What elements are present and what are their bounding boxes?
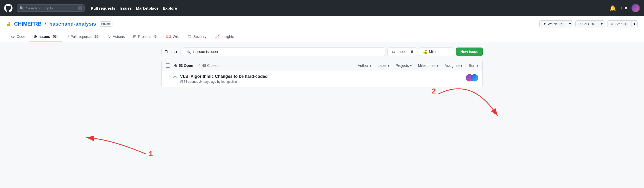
- nav-marketplace[interactable]: Marketplace: [136, 6, 159, 10]
- select-all-checkbox[interactable]: [166, 63, 170, 68]
- closed-count[interactable]: ✓ 48 Closed: [197, 63, 218, 68]
- tab-insights-label: Insights: [221, 34, 234, 39]
- author-filter[interactable]: Author ▾: [358, 63, 371, 68]
- star-action: ☆ Star 1 ▾: [607, 20, 638, 27]
- nav-explore[interactable]: Explore: [163, 6, 177, 10]
- repo-owner-link[interactable]: CHIMEFRB: [14, 21, 42, 27]
- fork-dropdown[interactable]: ▾: [599, 20, 605, 27]
- tab-wiki-label: Wiki: [172, 34, 179, 39]
- tab-code-label: Code: [17, 34, 25, 39]
- wiki-icon: 📖: [166, 34, 171, 39]
- nav-issues[interactable]: Issues: [120, 6, 132, 10]
- tab-security-label: Security: [193, 34, 207, 39]
- tab-actions-label: Actions: [113, 34, 125, 39]
- label-chevron: ▾: [387, 63, 389, 68]
- tab-actions[interactable]: ▷ Actions: [104, 32, 129, 42]
- assignee-filter[interactable]: Assignee ▾: [445, 63, 463, 68]
- sort-filter[interactable]: Sort ▾: [469, 63, 478, 68]
- tab-projects[interactable]: ⊞ Projects 5: [129, 32, 162, 42]
- github-logo[interactable]: [4, 4, 13, 12]
- code-icon: <>: [10, 34, 15, 39]
- fork-label: Fork: [582, 22, 589, 26]
- search-box[interactable]: 🔍 is:issue is:open: [183, 48, 385, 56]
- user-avatar[interactable]: [631, 4, 640, 12]
- issue-meta: #354 opened 24 days ago by leungcalvin: [180, 80, 463, 84]
- watch-count: 7: [559, 22, 564, 26]
- search-icon: 🔍: [186, 50, 191, 54]
- projects-count: 5: [153, 35, 158, 38]
- global-search[interactable]: 🔍 Search or jump to... /: [17, 4, 85, 12]
- watch-dropdown[interactable]: ▾: [567, 20, 573, 27]
- projects-chevron: ▾: [410, 63, 412, 68]
- filters-chevron-icon: ▾: [176, 50, 177, 54]
- fork-button[interactable]: ⑂ Fork 0: [575, 20, 599, 27]
- issues-icon: ⊙: [34, 34, 37, 39]
- nav-pull-requests[interactable]: Pull requests: [91, 6, 115, 10]
- tab-security[interactable]: 🛡 Security: [184, 32, 211, 42]
- repo-tabs: <> Code ⊙ Issues 53 ⑂ Pull requests 10 ▷…: [6, 32, 638, 42]
- new-issue-button[interactable]: New issue: [456, 48, 483, 56]
- nav-right-actions: 🔔 + ▾: [610, 4, 640, 12]
- filters-button[interactable]: Filters ▾: [161, 48, 181, 55]
- issue-assignees: [466, 74, 478, 81]
- repo-name-link[interactable]: baseband-analysis: [49, 21, 96, 27]
- repo-title-row: 🔒 CHIMEFRB / baseband-analysis Private 👁…: [6, 20, 638, 27]
- issue-info: VLBI Algorithmic Changes to be hard-code…: [180, 74, 463, 84]
- sort-chevron: ▾: [476, 63, 478, 68]
- repo-actions: 👁 Watch 7 ▾ ⑂ Fork 0 ▾ ☆ Star: [539, 20, 638, 27]
- issue-title[interactable]: VLBI Algorithmic Changes to be hard-code…: [180, 74, 463, 79]
- create-button[interactable]: + ▾: [620, 5, 627, 11]
- filters-label: Filters: [165, 50, 175, 54]
- header-left: ⊙ 53 Open ✓ 48 Closed: [166, 63, 218, 68]
- watch-label: Watch: [548, 22, 557, 26]
- insights-icon: 📈: [215, 34, 220, 39]
- tab-wiki[interactable]: 📖 Wiki: [162, 32, 183, 42]
- open-icon: ⊙: [174, 63, 177, 68]
- search-input[interactable]: is:issue is:open: [193, 50, 218, 54]
- star-label: Star: [615, 22, 622, 26]
- pr-count: 10: [93, 35, 100, 38]
- issues-list-header: ⊙ 53 Open ✓ 48 Closed Author ▾ Label ▾ P…: [162, 60, 482, 71]
- star-dropdown[interactable]: ▾: [631, 20, 638, 27]
- check-icon: ✓: [197, 63, 200, 68]
- labels-button[interactable]: 🏷 Labels 16: [387, 48, 417, 56]
- labels-count: 16: [409, 50, 413, 54]
- labels-label: Labels: [397, 50, 407, 54]
- label-filter[interactable]: Label ▾: [378, 63, 389, 68]
- issues-content: Filters ▾ 🔍 is:issue is:open 🏷 Labels 16…: [155, 48, 489, 87]
- milestone-icon: ⛳: [423, 50, 427, 54]
- search-icon: 🔍: [20, 6, 24, 10]
- issues-list: ⊙ 53 Open ✓ 48 Closed Author ▾ Label ▾ P…: [161, 60, 483, 87]
- milestones-label: Milestones: [429, 50, 446, 54]
- open-count: ⊙ 53 Open: [174, 63, 193, 68]
- issue-open-icon: ⊙: [173, 75, 177, 80]
- star-button[interactable]: ☆ Star 1: [607, 20, 631, 27]
- actions-icon: ▷: [108, 34, 111, 39]
- repo-separator: /: [45, 21, 46, 27]
- navigation-bar: 🔍 Search or jump to... / Pull requests I…: [0, 0, 644, 16]
- lock-icon: 🔒: [6, 21, 11, 26]
- milestones-count: 1: [448, 50, 450, 54]
- fork-count: 0: [591, 22, 596, 26]
- tab-code[interactable]: <> Code: [6, 32, 29, 42]
- author-chevron: ▾: [369, 63, 371, 68]
- slash-key: /: [78, 6, 82, 10]
- closed-count-text: 48 Closed: [202, 63, 218, 68]
- projects-icon: ⊞: [133, 34, 136, 39]
- milestones-button[interactable]: ⛳ Milestones 1: [419, 48, 454, 56]
- watch-button[interactable]: 👁 Watch 7: [539, 20, 567, 27]
- private-badge: Private: [99, 21, 113, 27]
- issues-count: 53: [52, 35, 58, 38]
- filter-row: Filters ▾ 🔍 is:issue is:open 🏷 Labels 16…: [161, 48, 483, 56]
- tab-insights[interactable]: 📈 Insights: [211, 32, 238, 42]
- tab-issues[interactable]: ⊙ Issues 53: [29, 32, 62, 42]
- tab-pull-requests[interactable]: ⑂ Pull requests 10: [62, 32, 104, 42]
- milestones-filter[interactable]: Milestones ▾: [418, 63, 438, 68]
- repo-header: 🔒 CHIMEFRB / baseband-analysis Private 👁…: [0, 16, 644, 42]
- issue-checkbox[interactable]: [166, 75, 170, 79]
- projects-filter[interactable]: Projects ▾: [396, 63, 412, 68]
- notifications-button[interactable]: 🔔: [610, 5, 616, 11]
- assignee-chevron: ▾: [461, 63, 462, 68]
- milestones-chevron: ▾: [437, 63, 438, 68]
- search-placeholder: Search or jump to...: [26, 6, 56, 10]
